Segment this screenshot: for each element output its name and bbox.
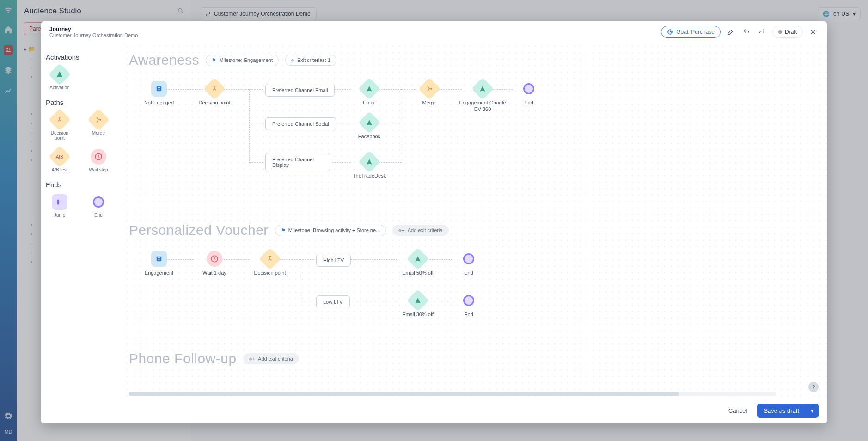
palette-jump[interactable]: Jump [46, 194, 73, 218]
status-pill: Draft [772, 26, 803, 38]
goal-label: Goal: Purchase [676, 29, 715, 35]
modal-subtitle: Customer Journey Orchestration Demo [49, 32, 138, 38]
palette-decision[interactable]: Decision point [46, 112, 73, 141]
node-wait[interactable]: Wait 1 day [194, 251, 235, 276]
status-label: Draft [785, 29, 797, 35]
undo-icon[interactable] [741, 26, 752, 37]
node-end[interactable]: End [508, 81, 550, 106]
svg-rect-8 [158, 87, 160, 88]
exit-icon: ⎆ [291, 57, 294, 63]
flag-icon: ⚑ [281, 227, 286, 233]
node-palette: Activations Activation Paths Decision po… [41, 43, 124, 398]
plus-exit-icon: ⎆+ [249, 356, 255, 361]
svg-rect-9 [158, 89, 160, 90]
modal-footer: Cancel Save as draft ▾ [41, 398, 827, 423]
node-email[interactable]: Email [348, 81, 390, 106]
redo-icon[interactable] [757, 26, 768, 37]
branch-email[interactable]: Preferred Channel Email [265, 84, 335, 97]
plus-exit-icon: ⎆+ [398, 227, 404, 233]
node-end[interactable]: End [448, 293, 489, 318]
palette-activation[interactable]: Activation [46, 67, 73, 90]
add-exit-button[interactable]: ⎆+ Add exit criteria [243, 353, 299, 364]
close-icon[interactable] [807, 26, 819, 37]
branch-social[interactable]: Preferred Channel Social [265, 117, 336, 130]
target-icon [667, 29, 673, 35]
palette-section-activations: Activations [46, 53, 119, 61]
stage-voucher: Personalized Voucher ⚑ Milestone: Browsi… [129, 222, 822, 328]
svg-rect-12 [158, 259, 160, 260]
node-facebook[interactable]: Facebook [348, 115, 390, 140]
branch-display[interactable]: Preferred Channel Display [265, 153, 330, 172]
save-dropdown-button[interactable]: ▾ [806, 404, 819, 418]
node-email-50[interactable]: Email 50% off [397, 251, 439, 276]
branch-high-ltv[interactable]: High LTV [316, 254, 351, 267]
help-icon[interactable]: ? [808, 382, 819, 392]
milestone-pill[interactable]: ⚑ Milestone: Engagement [206, 55, 279, 66]
journey-canvas[interactable]: Awareness ⚑ Milestone: Engagement ⎆ Exit… [124, 43, 827, 398]
palette-section-paths: Paths [46, 98, 119, 106]
stage-phone: Phone Follow-up ⎆+ Add exit criteria [129, 351, 822, 367]
node-decision[interactable]: Decision point [249, 251, 291, 276]
status-dot-icon [778, 30, 782, 34]
journey-modal: Journey Customer Journey Orchestration D… [41, 21, 827, 423]
goal-pill[interactable]: Goal: Purchase [661, 26, 721, 38]
node-merge[interactable]: Merge [409, 81, 450, 106]
canvas-hscrollbar[interactable] [129, 392, 776, 396]
node-engagement-audience[interactable]: Engagement [138, 251, 180, 276]
branch-low-ltv[interactable]: Low LTV [316, 295, 350, 308]
stage-title: Phone Follow-up [129, 351, 237, 367]
node-end[interactable]: End [448, 251, 489, 276]
palette-end[interactable]: End [85, 194, 112, 218]
stage-title: Awareness [129, 52, 199, 68]
svg-point-5 [670, 31, 671, 32]
exit-criteria-pill[interactable]: ⎆ Exit criterias: 1 [285, 55, 336, 66]
palette-merge[interactable]: Merge [85, 112, 112, 141]
node-email-30[interactable]: Email 30% off [397, 293, 439, 318]
flag-icon: ⚑ [212, 57, 216, 63]
cancel-button[interactable]: Cancel [724, 404, 752, 417]
node-decision[interactable]: Decision point [194, 81, 235, 106]
modal-header: Journey Customer Journey Orchestration D… [41, 21, 827, 43]
milestone-pill[interactable]: ⚑ Milestone: Browsing activity + Store n… [275, 225, 386, 236]
palette-ab-test[interactable]: A|B A/B test [46, 149, 73, 172]
modal-backdrop: Journey Customer Journey Orchestration D… [0, 0, 868, 441]
node-tradedesk[interactable]: TheTradeDesk [348, 154, 390, 179]
modal-kicker: Journey [49, 26, 138, 32]
stage-title: Personalized Voucher [129, 222, 269, 238]
svg-rect-11 [158, 257, 160, 258]
node-not-engaged[interactable]: Not Engaged [138, 81, 180, 106]
edit-icon[interactable] [725, 26, 736, 37]
add-exit-button[interactable]: ⎆+ Add exit criteria [392, 225, 448, 236]
palette-section-ends: Ends [46, 181, 119, 189]
node-engagement-dv360[interactable]: Engagement Google DV 360 [457, 81, 508, 113]
palette-wait[interactable]: Wait step [85, 149, 112, 172]
stage-awareness: Awareness ⚑ Milestone: Engagement ⎆ Exit… [129, 52, 822, 199]
save-draft-button[interactable]: Save as draft [757, 404, 806, 418]
